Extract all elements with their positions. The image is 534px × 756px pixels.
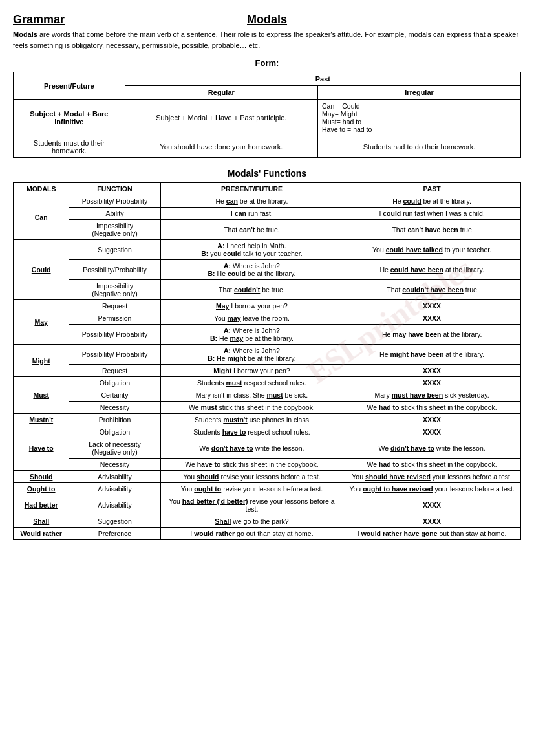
table-row: Could Suggestion A: I need help in Math.… <box>14 240 521 260</box>
table-row: Request Might I borrow your pen? XXXX <box>14 365 521 377</box>
table-row: Shall Suggestion Shall we go to the park… <box>14 515 521 528</box>
table-row: Might Possibility/ Probability A: Where … <box>14 345 521 365</box>
grammar-title: Grammar <box>13 13 65 27</box>
table-row: Permission You may leave the room. XXXX <box>14 312 521 325</box>
col-present: PRESENT/FUTURE <box>160 183 343 195</box>
table-row: Certainty Mary isn't in class. She must … <box>14 389 521 402</box>
table-row: Necessity We must stick this sheet in th… <box>14 402 521 414</box>
table-row: Impossibility(Negative only) That can't … <box>14 220 521 240</box>
functions-title: Modals' Functions <box>13 168 521 178</box>
intro-paragraph: Modals are words that come before the ma… <box>13 29 521 50</box>
table-row: Possibility/Probability A: Where is John… <box>14 260 521 280</box>
table-row: Mustn't Prohibition Students mustn't use… <box>14 414 521 426</box>
table-row: Possibility/ Probability A: Where is Joh… <box>14 325 521 345</box>
form-table: Present/Future Past Regular Irregular Su… <box>13 72 521 158</box>
col-past: PAST <box>343 183 521 195</box>
table-row: Should Advisability You should revise yo… <box>14 471 521 483</box>
table-row: Would rather Preference I would rather g… <box>14 528 521 540</box>
table-row: Have to Obligation Students have to resp… <box>14 426 521 438</box>
table-row: Can Possibility/ Probability He can be a… <box>14 195 521 208</box>
table-row: Ought to Advisability You ought to revis… <box>14 483 521 495</box>
table-row: May Request May I borrow your pen? XXXX <box>14 300 521 312</box>
table-row: Lack of necessity(Negative only) We don'… <box>14 438 521 459</box>
table-row: Had better Advisability You had better (… <box>14 495 521 515</box>
table-row: Must Obligation Students must respect sc… <box>14 377 521 389</box>
modals-title: Modals <box>65 13 469 27</box>
modals-word: Modals <box>13 30 37 38</box>
form-title: Form: <box>13 58 521 68</box>
table-row: Impossibility(Negative only) That couldn… <box>14 280 521 300</box>
col-modals: MODALS <box>14 183 69 195</box>
col-function: FUNCTION <box>69 183 160 195</box>
table-row: Ability I can run fast. I could run fast… <box>14 208 521 220</box>
table-row: Necessity We have to stick this sheet in… <box>14 459 521 471</box>
modals-functions-table: MODALS FUNCTION PRESENT/FUTURE PAST Can … <box>13 182 521 540</box>
